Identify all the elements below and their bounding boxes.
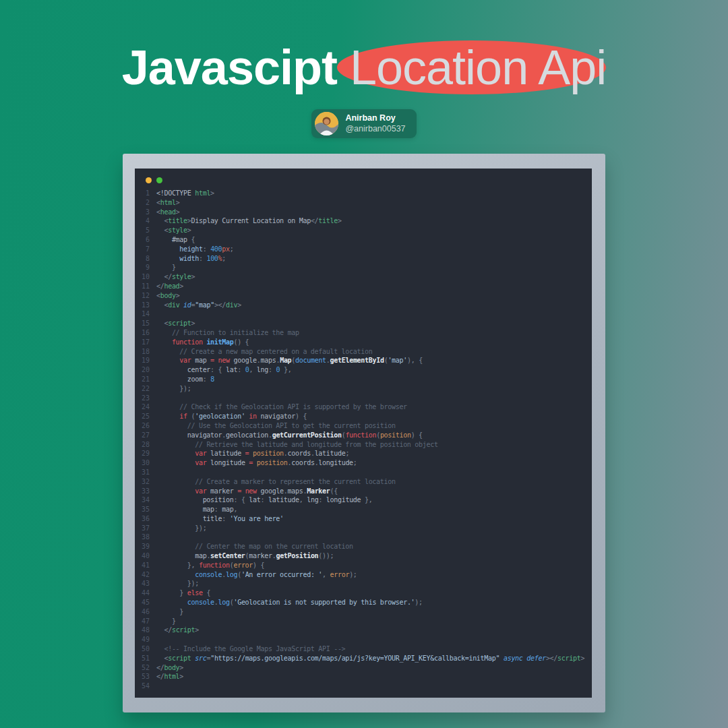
line-number: 35 bbox=[135, 505, 150, 514]
line-number: 29 bbox=[135, 449, 150, 458]
line-number: 10 bbox=[135, 272, 150, 282]
code-line: 53</html> bbox=[135, 672, 592, 681]
code-line-content: <body> bbox=[156, 291, 179, 301]
code-line-content: // Center the map on the current locatio… bbox=[156, 542, 353, 551]
code-line: 32 // Create a marker to represent the c… bbox=[135, 477, 592, 487]
author-name: Anirban Roy bbox=[345, 113, 405, 124]
code-line: 42 console.log('An error occurred: ', er… bbox=[135, 570, 592, 580]
line-number: 33 bbox=[135, 487, 150, 496]
code-line: 18 // Create a new map centered on a def… bbox=[135, 347, 592, 357]
code-line-content: // Retrieve the latitude and longitude f… bbox=[156, 440, 438, 450]
code-line-content: position: { lat: latitude, lng: longitud… bbox=[156, 495, 373, 505]
line-number: 46 bbox=[135, 607, 150, 617]
code-line: 1<!DOCTYPE html> bbox=[135, 189, 592, 198]
code-line-content: <head> bbox=[156, 208, 179, 217]
code-line-content: </style> bbox=[156, 272, 195, 282]
code-line-content: // Check if the Geolocation API is suppo… bbox=[156, 402, 407, 412]
line-number: 20 bbox=[135, 365, 150, 375]
author-handle: @anirban00537 bbox=[345, 124, 405, 135]
page-background: { "title": { "bold": "Javascipt", "light… bbox=[0, 0, 728, 728]
code-line-content: center: { lat: 0, lng: 0 }, bbox=[156, 365, 291, 375]
close-button[interactable] bbox=[146, 177, 152, 183]
code-line: 10 </style> bbox=[135, 272, 592, 282]
code-line-content: width: 100%; bbox=[156, 254, 226, 264]
line-number: 30 bbox=[135, 458, 150, 468]
code-line-content: // Function to initialize the map bbox=[156, 328, 299, 338]
code-line: 21 zoom: 8 bbox=[135, 375, 592, 384]
title-bold: Javascipt bbox=[122, 40, 337, 94]
code-line: 23 bbox=[135, 394, 592, 403]
code-line: 34 position: { lat: latitude, lng: longi… bbox=[135, 495, 592, 505]
code-line-content: </html> bbox=[156, 672, 183, 681]
code-line-content: </head> bbox=[156, 282, 183, 291]
line-number: 27 bbox=[135, 431, 150, 440]
line-number: 53 bbox=[135, 672, 150, 681]
code-window-frame: 1<!DOCTYPE html>2<html>3<head>4 <title>D… bbox=[123, 154, 605, 712]
code-line-content: } bbox=[156, 263, 176, 272]
code-line-content: var longitude = position.coords.longitud… bbox=[156, 458, 357, 468]
code-line: 4 <title>Display Current Location on Map… bbox=[135, 216, 592, 226]
line-number: 3 bbox=[135, 208, 150, 217]
line-number: 8 bbox=[135, 254, 150, 264]
title-light: Location Api bbox=[337, 40, 606, 94]
line-number: 11 bbox=[135, 282, 150, 291]
traffic-lights bbox=[135, 169, 592, 183]
code-line: 37 }); bbox=[135, 524, 592, 533]
minimize-button[interactable] bbox=[156, 177, 162, 183]
code-line: 41 }, function(error) { bbox=[135, 561, 592, 570]
code-line-content: <title>Display Current Location on Map</… bbox=[156, 216, 342, 226]
code-line: 29 var latitude = position.coords.latitu… bbox=[135, 449, 592, 458]
line-number: 37 bbox=[135, 524, 150, 533]
code-line-content: var marker = new google.maps.Marker({ bbox=[156, 487, 338, 496]
line-number: 2 bbox=[135, 198, 150, 208]
code-line-content: }); bbox=[156, 524, 206, 533]
line-number: 5 bbox=[135, 226, 150, 235]
code-line: 14 bbox=[135, 309, 592, 319]
line-number: 7 bbox=[135, 245, 150, 254]
code-line-content: <!-- Include the Google Maps JavaScript … bbox=[156, 644, 345, 654]
code-line: 43 }); bbox=[135, 579, 592, 588]
code-line-content: <script> bbox=[156, 319, 195, 328]
code-line: 13 <div id="map"></div> bbox=[135, 301, 592, 310]
code-line-content: height: 400px; bbox=[156, 245, 233, 254]
code-line: 50 <!-- Include the Google Maps JavaScri… bbox=[135, 644, 592, 654]
line-number: 34 bbox=[135, 495, 150, 505]
code-line: 47 } bbox=[135, 617, 592, 626]
author-text: Anirban Roy @anirban00537 bbox=[345, 113, 405, 134]
code-line-content: } bbox=[156, 617, 176, 626]
line-number: 45 bbox=[135, 598, 150, 607]
code-line: 46 } bbox=[135, 607, 592, 617]
code-line: 28 // Retrieve the latitude and longitud… bbox=[135, 440, 592, 450]
line-number: 12 bbox=[135, 291, 150, 301]
code-line-content: <!DOCTYPE html> bbox=[156, 189, 214, 198]
code-line: 11</head> bbox=[135, 282, 592, 291]
code-line: 6 #map { bbox=[135, 235, 592, 245]
line-number: 32 bbox=[135, 477, 150, 487]
line-number: 18 bbox=[135, 347, 150, 357]
code-line-content: </body> bbox=[156, 663, 183, 673]
zoom-button[interactable] bbox=[167, 177, 173, 183]
code-line-content: #map { bbox=[156, 235, 195, 245]
line-number: 21 bbox=[135, 375, 150, 384]
code-line: 49 bbox=[135, 635, 592, 644]
line-number: 51 bbox=[135, 654, 150, 663]
code-line: 19 var map = new google.maps.Map(documen… bbox=[135, 356, 592, 365]
line-number: 31 bbox=[135, 468, 150, 477]
code-line: 36 title: 'You are here' bbox=[135, 514, 592, 524]
code-line: 15 <script> bbox=[135, 319, 592, 328]
code-line: 20 center: { lat: 0, lng: 0 }, bbox=[135, 365, 592, 375]
code-line: 26 // Use the Geolocation API to get the… bbox=[135, 421, 592, 431]
code-line-content: console.log('Geolocation is not supporte… bbox=[156, 598, 423, 607]
line-number: 17 bbox=[135, 338, 150, 347]
line-number: 16 bbox=[135, 328, 150, 338]
code-line: 9 } bbox=[135, 263, 592, 272]
code-line: 44 } else { bbox=[135, 588, 592, 598]
code-line-content: <script src="https://maps.googleapis.com… bbox=[156, 654, 584, 663]
code-line: 25 if ('geolocation' in navigator) { bbox=[135, 412, 592, 421]
code-line: 7 height: 400px; bbox=[135, 245, 592, 254]
code-line: 40 map.setCenter(marker.getPosition()); bbox=[135, 551, 592, 561]
code-editor: 1<!DOCTYPE html>2<html>3<head>4 <title>D… bbox=[135, 169, 592, 698]
line-number: 43 bbox=[135, 579, 150, 588]
code-line: 31 bbox=[135, 468, 592, 477]
code-line-content: }, function(error) { bbox=[156, 561, 264, 570]
